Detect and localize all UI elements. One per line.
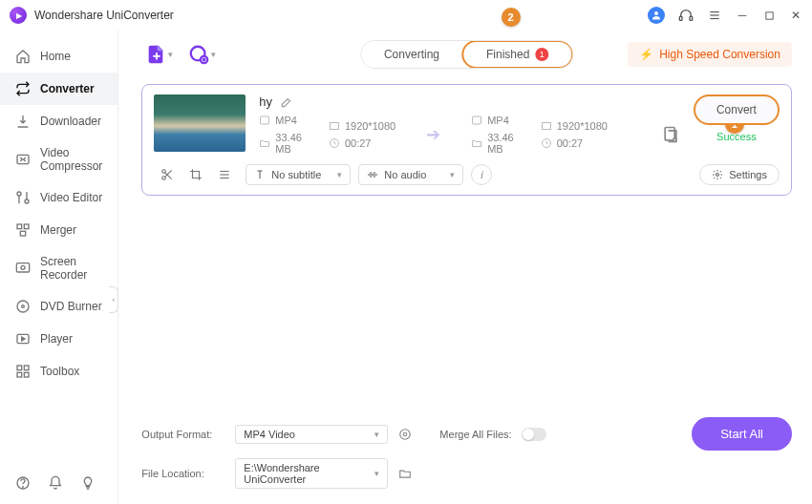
folder-icon	[471, 137, 482, 149]
headset-icon[interactable]	[678, 8, 694, 23]
editor-icon	[15, 190, 31, 205]
svg-point-26	[23, 487, 24, 488]
svg-point-0	[654, 11, 658, 15]
add-file-button[interactable]: ▾	[141, 40, 177, 69]
callout-badge-2: 2	[502, 8, 521, 27]
svg-rect-34	[330, 123, 338, 130]
copy-settings-icon[interactable]	[661, 125, 680, 144]
chevron-down-icon: ▾	[168, 50, 173, 59]
tabs: Converting Finished 1	[360, 40, 573, 69]
file-location-select[interactable]: E:\Wondershare UniConverter ▾	[235, 458, 388, 489]
film-icon	[471, 115, 482, 126]
svg-marker-20	[22, 337, 25, 341]
sidebar-item-label: Toolbox	[40, 365, 79, 378]
resolution-icon	[541, 120, 552, 132]
sidebar-item-converter[interactable]: Converter	[0, 73, 118, 105]
svg-point-53	[716, 174, 719, 177]
svg-rect-13	[24, 224, 29, 229]
output-format-label: Output Format:	[141, 429, 225, 440]
sidebar-item-dvd[interactable]: DVD Burner	[0, 290, 118, 323]
svg-rect-12	[17, 224, 22, 229]
user-avatar-icon[interactable]	[648, 7, 665, 24]
resolution-icon	[329, 120, 340, 132]
svg-rect-14	[20, 231, 25, 236]
audio-select[interactable]: No audio ▾	[358, 164, 463, 185]
tab-converting[interactable]: Converting	[361, 41, 462, 68]
bell-icon[interactable]	[48, 475, 63, 491]
media-card: hy MP4 33.46 MB 1920*1080 00:27 ➔	[141, 84, 792, 196]
crop-icon[interactable]	[188, 167, 203, 182]
trim-icon[interactable]	[160, 167, 175, 182]
svg-rect-15	[16, 263, 29, 272]
chevron-down-icon: ▾	[211, 50, 216, 59]
svg-rect-24	[24, 372, 29, 377]
file-name: hy	[259, 94, 272, 109]
svg-rect-21	[17, 366, 22, 370]
sidebar-item-player[interactable]: Player	[0, 323, 118, 355]
edit-name-icon[interactable]	[280, 95, 293, 109]
minimize-button[interactable]: ─	[736, 9, 749, 22]
svg-rect-33	[261, 116, 269, 124]
add-url-icon	[188, 44, 209, 65]
compressor-icon	[15, 152, 31, 167]
sidebar-item-label: Downloader	[40, 115, 101, 128]
bulb-icon[interactable]	[80, 475, 96, 491]
screenrec-icon	[15, 261, 31, 276]
app-logo	[10, 7, 27, 24]
dvd-icon	[15, 299, 31, 314]
sidebar-item-downloader[interactable]: Downloader	[0, 105, 118, 137]
high-speed-button[interactable]: ⚡ High Speed Conversion	[628, 42, 792, 67]
add-file-icon	[145, 44, 166, 65]
close-button[interactable]: ✕	[789, 9, 802, 22]
finished-count-badge: 1	[535, 48, 548, 61]
svg-rect-28	[156, 52, 158, 59]
settings-button[interactable]: Settings	[699, 164, 780, 185]
sidebar-item-label: Player	[40, 332, 73, 346]
player-icon	[15, 331, 31, 346]
info-button[interactable]: i	[471, 164, 492, 185]
sidebar-item-label: Converter	[40, 82, 95, 95]
svg-point-18	[22, 305, 25, 308]
merger-icon	[15, 222, 31, 238]
sidebar-item-label: Merger	[40, 223, 76, 237]
merge-toggle[interactable]	[522, 428, 546, 441]
svg-rect-36	[473, 116, 481, 124]
svg-point-9	[25, 200, 29, 203]
sidebar-item-home[interactable]: Home	[0, 40, 118, 73]
sidebar-item-editor[interactable]: Video Editor	[0, 181, 118, 214]
convert-button[interactable]: Convert	[694, 94, 780, 125]
collapse-sidebar-button[interactable]: ‹	[109, 286, 118, 313]
sidebar-item-label: Video Editor	[40, 191, 102, 204]
sidebar-item-compressor[interactable]: Video Compressor	[0, 137, 118, 181]
arrow-right-icon: ➔	[422, 124, 444, 145]
start-all-button[interactable]: Start All	[692, 417, 792, 451]
tab-finished[interactable]: Finished 1	[461, 40, 573, 69]
help-icon[interactable]	[15, 475, 31, 491]
open-folder-icon[interactable]	[397, 466, 413, 481]
sidebar: Home Converter Downloader Video Compress…	[0, 31, 118, 504]
merge-label: Merge All Files:	[439, 429, 511, 440]
sidebar-item-toolbox[interactable]: Toolbox	[0, 355, 118, 388]
subtitle-select[interactable]: No subtitle ▾	[246, 164, 351, 185]
sidebar-item-merger[interactable]: Merger	[0, 214, 118, 246]
sidebar-item-label: Home	[40, 50, 71, 63]
status-text: Success	[716, 131, 757, 142]
svg-point-55	[400, 429, 411, 439]
clock-icon	[329, 137, 340, 149]
svg-rect-22	[24, 366, 29, 370]
converter-icon	[15, 81, 31, 96]
add-url-button[interactable]: ▾	[184, 40, 220, 69]
app-title: Wondershare UniConverter	[34, 9, 174, 22]
sidebar-item-label: Video Compressor	[40, 146, 102, 173]
menu-icon[interactable]	[707, 8, 722, 23]
sidebar-item-screenrec[interactable]: Screen Recorder	[0, 246, 118, 290]
output-format-select[interactable]: MP4 Video ▾	[235, 425, 388, 444]
folder-icon	[259, 137, 270, 149]
chevron-down-icon: ▾	[374, 430, 379, 439]
chevron-down-icon: ▾	[374, 469, 379, 478]
more-icon[interactable]	[217, 167, 232, 182]
bolt-icon: ⚡	[639, 48, 653, 61]
format-settings-icon[interactable]	[397, 427, 413, 442]
video-thumbnail[interactable]	[154, 94, 246, 152]
maximize-button[interactable]	[762, 9, 776, 22]
